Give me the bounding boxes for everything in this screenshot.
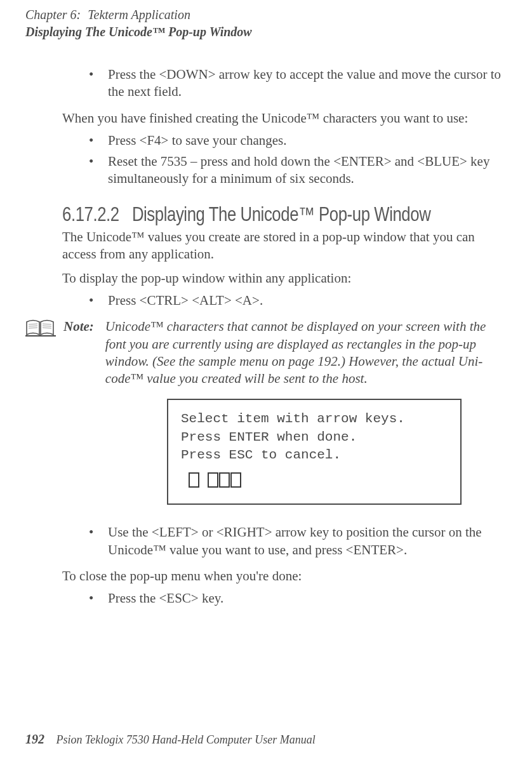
bullet-text: Reset the 7535 – press and hold down the…	[108, 154, 489, 186]
list-item: • Press the <DOWN> arrow key to accept t…	[89, 66, 507, 101]
bullet-icon: •	[89, 66, 93, 83]
chapter-title: Tekterm Application	[88, 8, 190, 22]
content-area: • Press the <DOWN> arrow key to accept t…	[62, 66, 507, 608]
paragraph: The Unicode™ values you create are store…	[62, 229, 507, 263]
popup-line: Press ENTER when done.	[181, 429, 448, 446]
list-item: • Reset the 7535 – press and hold down t…	[89, 153, 507, 188]
bullet-text: Use the <LEFT> or <RIGHT> arrow key to p…	[108, 524, 482, 557]
bullet-text: Press the <ESC> key.	[108, 590, 223, 606]
paragraph: When you have finished creating the Unic…	[62, 110, 507, 127]
header-section-title: Displaying The Unicode™ Pop-up Window	[25, 23, 507, 41]
manual-title: Psion Teklogix 7530 Hand-Held Computer U…	[57, 733, 316, 746]
bullet-icon: •	[89, 292, 93, 309]
popup-line: Select item with arrow keys.	[181, 410, 448, 428]
paragraph: To close the pop-up menu when you're don…	[62, 568, 507, 585]
paragraph: To display the pop-up window within any …	[62, 270, 507, 287]
note-text: Unicode™ characters that cannot be displ…	[105, 318, 507, 387]
book-icon	[25, 319, 56, 338]
bullet-text: Press <CTRL> <ALT> <A>.	[108, 293, 263, 308]
list-item: • Press <CTRL> <ALT> <A>.	[89, 292, 507, 309]
note-label: Note:	[63, 318, 94, 335]
bullet-icon: •	[89, 590, 93, 607]
list-item: • Use the <LEFT> or <RIGHT> arrow key to…	[89, 524, 507, 559]
chapter-label: Chapter 6:	[25, 8, 81, 22]
bullet-icon: •	[89, 524, 93, 541]
unicode-placeholder-glyph	[208, 472, 218, 488]
popup-window-sample: Select item with arrow keys. Press ENTER…	[167, 399, 462, 505]
list-item: • Press the <ESC> key.	[89, 590, 507, 607]
bullet-icon: •	[89, 132, 93, 149]
note-block: Note: Unicode™ characters that cannot be…	[25, 318, 507, 387]
page-footer: 192 Psion Teklogix 7530 Hand-Held Comput…	[25, 731, 316, 747]
unicode-placeholder-glyph	[219, 472, 230, 488]
page-number: 192	[25, 732, 44, 746]
bullet-icon: •	[89, 153, 93, 170]
bullet-text: Press the <DOWN> arrow key to accept the…	[108, 67, 501, 99]
heading-text: Displaying The Unicode™ Pop-up Window	[132, 203, 430, 225]
heading-number: 6.17.2.2	[62, 203, 119, 225]
page-header: Chapter 6: Tekterm Application Displayin…	[25, 6, 507, 41]
section-heading: 6.17.2.2 Displaying The Unicode™ Pop-up …	[62, 202, 431, 227]
unicode-placeholder-glyph	[230, 472, 241, 488]
unicode-glyph-row	[181, 470, 448, 490]
unicode-placeholder-glyph	[189, 472, 199, 488]
bullet-text: Press <F4> to save your changes.	[108, 133, 286, 148]
list-item: • Press <F4> to save your changes.	[89, 132, 507, 149]
popup-line: Press ESC to cancel.	[181, 446, 448, 464]
